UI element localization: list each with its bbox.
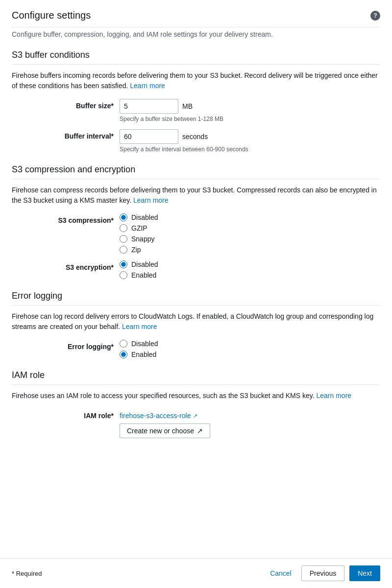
s3-compression-section: S3 compression and encryption Firehose c… bbox=[12, 165, 380, 279]
cancel-button[interactable]: Cancel bbox=[265, 566, 296, 580]
external-link-icon: ↗ bbox=[193, 413, 197, 419]
buffer-interval-unit: seconds bbox=[182, 133, 208, 141]
logging-disabled-radio[interactable] bbox=[120, 340, 127, 348]
error-logging-section: Error logging Firehose can log record de… bbox=[12, 291, 380, 358]
encryption-disabled-radio[interactable] bbox=[120, 260, 127, 268]
help-icon[interactable]: ? bbox=[370, 11, 380, 21]
iam-role-section: IAM role Firehose uses an IAM role to ac… bbox=[12, 370, 380, 438]
compression-zip-label: Zip bbox=[131, 246, 141, 254]
compression-disabled-option[interactable]: Disabled bbox=[120, 213, 158, 221]
page-container: Configure settings ? Configure buffer, c… bbox=[0, 0, 392, 588]
logging-enabled-option[interactable]: Enabled bbox=[120, 351, 158, 358]
page-description: Configure buffer, compression, logging, … bbox=[12, 30, 380, 38]
error-logging-learn-more[interactable]: Learn more bbox=[122, 323, 157, 330]
previous-button[interactable]: Previous bbox=[301, 565, 344, 581]
buffer-interval-label: Buffer interval* bbox=[41, 129, 120, 140]
compression-snappy-label: Snappy bbox=[131, 235, 154, 243]
encryption-disabled-label: Disabled bbox=[131, 260, 158, 268]
s3-compression-description: Firehose can compress records before del… bbox=[12, 185, 380, 206]
required-text: * Required bbox=[12, 570, 42, 577]
error-logging-title: Error logging bbox=[12, 291, 380, 306]
buffer-size-row: Buffer size* MB Specify a buffer size be… bbox=[12, 99, 380, 122]
error-logging-radio-group: Disabled Enabled bbox=[120, 340, 158, 358]
iam-role-label: IAM role* bbox=[41, 409, 120, 420]
iam-role-link[interactable]: firehose-s3-access-role ↗ bbox=[120, 412, 197, 420]
buffer-size-input-group: MB Specify a buffer size between 1-128 M… bbox=[120, 99, 223, 122]
iam-role-value-display: firehose-s3-access-role ↗ bbox=[120, 409, 210, 420]
buffer-size-unit: MB bbox=[182, 102, 193, 110]
s3-encryption-row: S3 encryption* Disabled Enabled bbox=[12, 260, 380, 279]
buffer-interval-row: Buffer interval* seconds Specify a buffe… bbox=[12, 129, 380, 153]
buffer-size-hint: Specify a buffer size between 1-128 MB bbox=[120, 116, 223, 122]
iam-role-row: IAM role* firehose-s3-access-role ↗ Crea… bbox=[12, 409, 380, 438]
s3-buffer-title: S3 buffer conditions bbox=[12, 50, 380, 65]
compression-zip-radio[interactable] bbox=[120, 246, 127, 254]
create-btn-external-icon: ↗ bbox=[197, 427, 203, 435]
s3-buffer-section: S3 buffer conditions Firehose buffers in… bbox=[12, 50, 380, 153]
compression-disabled-label: Disabled bbox=[131, 213, 158, 221]
s3-encryption-label: S3 encryption* bbox=[41, 260, 120, 271]
s3-compression-learn-more[interactable]: Learn more bbox=[133, 196, 169, 204]
s3-compression-row: S3 compression* Disabled GZIP Snappy bbox=[12, 213, 380, 254]
iam-role-value-group: firehose-s3-access-role ↗ Create new or … bbox=[120, 409, 210, 438]
error-logging-description: Firehose can log record delivery errors … bbox=[12, 311, 380, 332]
page-header: Configure settings ? bbox=[12, 10, 380, 27]
logging-disabled-option[interactable]: Disabled bbox=[120, 340, 158, 348]
iam-role-description: Firehose uses an IAM role to access your… bbox=[12, 391, 380, 401]
create-new-or-choose-button[interactable]: Create new or choose ↗ bbox=[120, 423, 210, 438]
buffer-interval-inline: seconds bbox=[120, 129, 248, 144]
error-logging-row: Error logging* Disabled Enabled bbox=[12, 340, 380, 358]
logging-enabled-radio[interactable] bbox=[120, 351, 127, 358]
buffer-interval-hint: Specify a buffer interval between 60-900… bbox=[120, 146, 248, 153]
buffer-size-inline: MB bbox=[120, 99, 223, 114]
iam-role-name: firehose-s3-access-role bbox=[120, 412, 191, 420]
next-button[interactable]: Next bbox=[349, 565, 380, 581]
s3-compression-label: S3 compression* bbox=[41, 213, 120, 224]
s3-buffer-description: Firehose buffers incoming records before… bbox=[12, 71, 380, 91]
compression-disabled-radio[interactable] bbox=[120, 213, 127, 221]
error-logging-label: Error logging* bbox=[41, 340, 120, 351]
buffer-interval-input[interactable] bbox=[120, 129, 178, 144]
main-content: Configure settings ? Configure buffer, c… bbox=[0, 0, 392, 558]
s3-buffer-learn-more[interactable]: Learn more bbox=[130, 82, 165, 90]
compression-zip-option[interactable]: Zip bbox=[120, 246, 158, 254]
encryption-disabled-option[interactable]: Disabled bbox=[120, 260, 158, 268]
s3-compression-radio-group: Disabled GZIP Snappy Zip bbox=[120, 213, 158, 254]
create-btn-label: Create new or choose bbox=[127, 427, 194, 435]
iam-role-title: IAM role bbox=[12, 370, 380, 385]
page-title: Configure settings bbox=[12, 10, 91, 21]
encryption-enabled-option[interactable]: Enabled bbox=[120, 271, 158, 279]
compression-gzip-label: GZIP bbox=[131, 224, 147, 232]
logging-disabled-label: Disabled bbox=[131, 340, 158, 348]
buffer-interval-input-group: seconds Specify a buffer interval betwee… bbox=[120, 129, 248, 153]
logging-enabled-label: Enabled bbox=[131, 351, 156, 358]
s3-compression-title: S3 compression and encryption bbox=[12, 165, 380, 179]
compression-gzip-radio[interactable] bbox=[120, 224, 127, 232]
footer-actions: Cancel Previous Next bbox=[265, 565, 380, 581]
iam-role-learn-more[interactable]: Learn more bbox=[316, 392, 351, 400]
encryption-enabled-label: Enabled bbox=[131, 271, 156, 279]
compression-snappy-radio[interactable] bbox=[120, 235, 127, 243]
compression-snappy-option[interactable]: Snappy bbox=[120, 235, 158, 243]
buffer-size-input[interactable] bbox=[120, 99, 178, 114]
buffer-size-label: Buffer size* bbox=[41, 99, 120, 110]
s3-encryption-radio-group: Disabled Enabled bbox=[120, 260, 158, 279]
footer: * Required Cancel Previous Next bbox=[0, 558, 392, 588]
compression-gzip-option[interactable]: GZIP bbox=[120, 224, 158, 232]
encryption-enabled-radio[interactable] bbox=[120, 271, 127, 279]
